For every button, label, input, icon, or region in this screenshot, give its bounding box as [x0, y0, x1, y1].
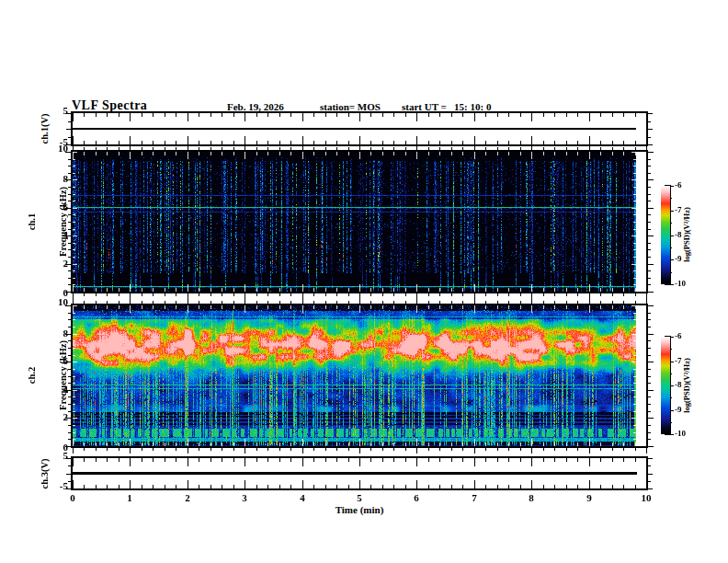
- axis-tick: [68, 411, 71, 412]
- axis-tick: [497, 293, 498, 296]
- axis-tick: [142, 113, 142, 117]
- axis-tick: [508, 301, 509, 304]
- axis-tick: [648, 159, 651, 160]
- ch1-frequency-axis-label-line2: Frequency (kHz): [57, 148, 67, 295]
- axis-tick: [648, 152, 654, 153]
- axis-tick: [462, 448, 463, 451]
- axis-tick: [256, 293, 257, 296]
- colorbar-tick-label: -7: [675, 205, 699, 214]
- x-axis-title: Time (min): [313, 504, 405, 515]
- axis-tick: [290, 458, 291, 462]
- axis-tick: [107, 458, 108, 462]
- axis-tick: [648, 229, 651, 230]
- axis-tick: [648, 458, 653, 459]
- axis-tick: [302, 480, 303, 488]
- axis-tick: [107, 141, 108, 144]
- axis-tick: [670, 434, 674, 435]
- axis-tick: [222, 485, 222, 488]
- axis-tick: [393, 458, 394, 462]
- ch2-frequency-axis-label-line2: Frequency (kHz): [57, 302, 67, 449]
- axis-tick: [96, 448, 97, 451]
- axis-tick: [68, 257, 71, 258]
- axis-tick: [222, 113, 222, 117]
- axis-tick: [302, 144, 303, 150]
- axis-tick: [176, 448, 176, 451]
- axis-tick: [68, 369, 71, 370]
- axis-tick: [256, 458, 257, 462]
- axis-tick: [474, 458, 475, 466]
- axis-tick: [670, 373, 672, 374]
- axis-tick: [393, 485, 394, 488]
- axis-tick: [416, 298, 417, 304]
- axis-tick: [313, 301, 314, 304]
- axis-tick: [393, 293, 394, 296]
- axis-tick: [73, 448, 74, 454]
- axis-tick: [670, 385, 674, 386]
- axis-tick: [554, 113, 555, 117]
- colorbar-tick-label: -10: [675, 279, 699, 288]
- axis-tick: [370, 301, 371, 304]
- axis-tick: [336, 141, 337, 144]
- axis-tick: [119, 458, 119, 462]
- axis-tick: [670, 410, 674, 411]
- axis-tick: [382, 141, 383, 144]
- axis-tick: [68, 404, 71, 405]
- axis-tick: [176, 485, 176, 488]
- axis-tick: [68, 396, 71, 397]
- axis-tick: [428, 113, 429, 117]
- axis-tick: [393, 448, 394, 451]
- axis-tick: [648, 340, 651, 341]
- x-tick-label: 6: [403, 492, 430, 503]
- axis-tick: [130, 113, 131, 121]
- axis-tick: [405, 147, 406, 150]
- axis-tick: [670, 397, 672, 398]
- axis-tick: [648, 113, 653, 114]
- axis-tick: [73, 458, 74, 466]
- frequency-tick-label: 10: [40, 143, 68, 154]
- axis-tick: [405, 293, 406, 296]
- axis-tick: [313, 448, 314, 451]
- axis-tick: [648, 144, 653, 145]
- axis-tick: [566, 147, 567, 150]
- axis-tick: [119, 113, 119, 117]
- axis-tick: [474, 136, 475, 144]
- axis-tick: [68, 194, 71, 195]
- axis-tick: [188, 480, 188, 488]
- axis-tick: [485, 141, 486, 144]
- axis-tick: [267, 458, 268, 462]
- axis-tick: [648, 418, 654, 419]
- ch3-voltage-axis-label: ch.3(V): [40, 419, 50, 529]
- axis-tick: [648, 411, 651, 412]
- axis-tick: [73, 298, 74, 304]
- axis-tick: [623, 458, 624, 462]
- axis-tick: [130, 136, 131, 144]
- axis-tick: [142, 293, 142, 296]
- axis-tick: [256, 301, 257, 304]
- axis-tick: [497, 301, 498, 304]
- axis-tick: [635, 147, 636, 150]
- x-tick-label: 3: [231, 492, 258, 503]
- axis-tick: [508, 147, 509, 150]
- axis-tick: [142, 301, 142, 304]
- axis-tick: [165, 448, 165, 451]
- axis-tick: [313, 141, 314, 144]
- frequency-tick-label: 2: [40, 411, 68, 422]
- axis-tick: [348, 458, 349, 462]
- axis-tick: [670, 422, 672, 423]
- axis-tick: [68, 432, 71, 433]
- axis-tick: [348, 485, 349, 488]
- axis-tick: [648, 137, 651, 138]
- axis-tick: [267, 147, 268, 150]
- axis-tick: [222, 293, 222, 296]
- axis-tick: [165, 458, 165, 462]
- axis-tick: [68, 278, 71, 279]
- axis-tick: [635, 301, 636, 304]
- axis-tick: [623, 301, 624, 304]
- axis-tick: [245, 298, 245, 304]
- axis-tick: [554, 458, 555, 462]
- axis-tick: [531, 458, 532, 466]
- axis-tick: [648, 362, 654, 362]
- axis-tick: [485, 147, 486, 150]
- colorbar-tick-label: -6: [675, 180, 699, 190]
- axis-tick: [508, 448, 509, 451]
